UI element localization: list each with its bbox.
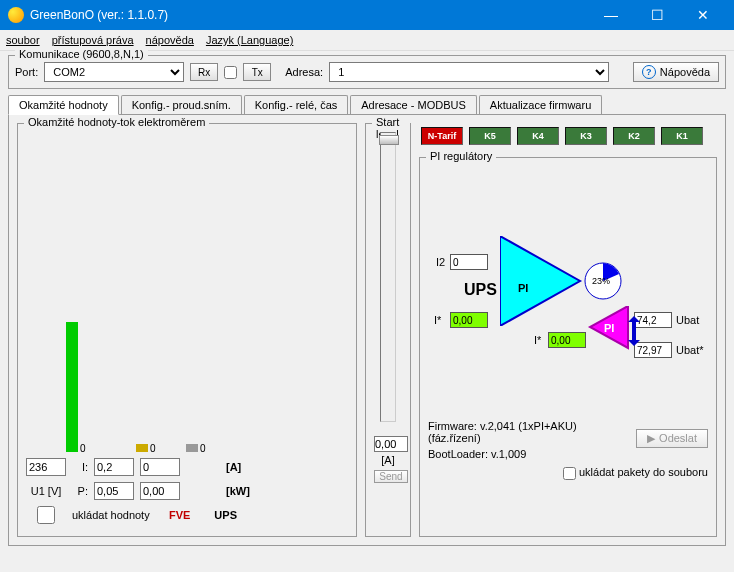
p-unit: [kW] <box>226 485 250 497</box>
pi-legend: PI regulátory <box>426 150 496 162</box>
tab-okamzite[interactable]: Okamžité hodnoty <box>8 95 119 115</box>
istar2-value: 0,00 <box>548 332 586 348</box>
menu-napoveda[interactable]: nápověda <box>146 34 194 46</box>
ubatstar-label: Ubat* <box>676 344 704 356</box>
i-fve-input[interactable] <box>94 458 134 476</box>
ups-text: UPS <box>464 281 497 299</box>
bar-1: 0 <box>66 322 78 452</box>
i2-value: 0 <box>450 254 488 270</box>
app-icon <box>8 7 24 23</box>
start-level-slider[interactable] <box>380 132 396 422</box>
istar-value: 0,00 <box>450 312 488 328</box>
indicator-K1: K1 <box>661 127 703 145</box>
istar2-label: I* <box>534 334 541 346</box>
rx-button[interactable]: Rx <box>190 63 218 81</box>
u1-label: U1 [V] <box>26 485 66 497</box>
bar-3: 0 <box>186 444 198 452</box>
istar-label: I* <box>434 314 441 326</box>
adresa-select[interactable]: 1 <box>329 62 609 82</box>
rxtx-checkbox[interactable] <box>224 66 237 79</box>
tab-konfig-rele[interactable]: Konfig.- relé, čas <box>244 95 349 114</box>
close-button[interactable]: ✕ <box>680 0 726 30</box>
tx-button[interactable]: Tx <box>243 63 271 81</box>
pct-label: 23% <box>592 276 610 286</box>
help-button[interactable]: Nápověda <box>633 62 719 82</box>
pi-regulators-group: PI regulátory I2 0 UPS PI 23% I* 0,00 I*… <box>419 157 717 537</box>
comm-legend: Komunikace (9600,8,N,1) <box>15 48 148 60</box>
start-level-unit: [A] <box>374 454 402 466</box>
port-select[interactable]: COM2 <box>44 62 184 82</box>
p-fve-input[interactable] <box>94 482 134 500</box>
fve-label: FVE <box>160 509 200 521</box>
start-level-group: Start level [A] Send <box>365 123 411 537</box>
tab-content: Okamžité hodnoty-tok elektroměrem 0 0 0 … <box>8 114 726 546</box>
send-button[interactable]: Send <box>374 470 408 483</box>
bar-2: 0 <box>136 444 148 452</box>
ubat-label: Ubat <box>676 314 699 326</box>
titlebar: GreenBonO (ver.: 1.1.0.7) — ☐ ✕ <box>0 0 734 30</box>
tabs: Okamžité hodnoty Konfig.- proud.sním. Ko… <box>8 95 726 114</box>
adresa-label: Adresa: <box>285 66 323 78</box>
maximize-button[interactable]: ☐ <box>634 0 680 30</box>
svg-text:PI: PI <box>518 282 528 294</box>
tab-konfig-proud[interactable]: Konfig.- proud.sním. <box>121 95 242 114</box>
values-group: Okamžité hodnoty-tok elektroměrem 0 0 0 … <box>17 123 357 537</box>
minimize-button[interactable]: — <box>588 0 634 30</box>
tab-modbus[interactable]: Adresace - MODBUS <box>350 95 477 114</box>
menu-jazyk[interactable]: Jazyk (Language) <box>206 34 293 46</box>
indicator-N-Tarif: N-Tarif <box>421 127 463 145</box>
i-label: I: <box>72 461 88 473</box>
i-ups-input[interactable] <box>140 458 180 476</box>
arrow-icon <box>628 316 640 346</box>
i-unit: [A] <box>226 461 241 473</box>
indicator-K3: K3 <box>565 127 607 145</box>
menu-soubor[interactable]: soubor <box>6 34 40 46</box>
start-level-value[interactable] <box>374 436 408 452</box>
values-legend: Okamžité hodnoty-tok elektroměrem <box>24 116 209 128</box>
pi-triangle-1: PI <box>500 236 590 326</box>
ups-label: UPS <box>206 509 246 521</box>
i2-label: I2 <box>436 256 445 268</box>
odeslat-button[interactable]: ▶ Odeslat <box>636 429 708 448</box>
save-values-label: ukládat hodnoty <box>72 509 150 521</box>
window-title: GreenBonO (ver.: 1.1.0.7) <box>30 8 588 22</box>
indicator-K2: K2 <box>613 127 655 145</box>
indicators-row: N-TarifK5K4K3K2K1 <box>419 123 717 151</box>
save-packets-label: ukládat pakety do souboru <box>579 466 708 478</box>
bootloader-text: BootLoader: v.1,009 <box>428 448 628 460</box>
menu-prava[interactable]: přístupová práva <box>52 34 134 46</box>
svg-marker-5 <box>628 316 640 346</box>
right-column: N-TarifK5K4K3K2K1 PI regulátory I2 0 UPS… <box>419 123 717 537</box>
u1-input[interactable] <box>26 458 66 476</box>
indicator-K4: K4 <box>517 127 559 145</box>
port-label: Port: <box>15 66 38 78</box>
svg-marker-0 <box>500 236 580 326</box>
save-packets-checkbox[interactable] <box>563 467 576 480</box>
tab-firmware[interactable]: Aktualizace firmwaru <box>479 95 602 114</box>
communication-group: Komunikace (9600,8,N,1) Port: COM2 Rx Tx… <box>8 55 726 89</box>
bars-area: 0 0 0 <box>26 132 348 452</box>
save-values-checkbox[interactable] <box>26 506 66 524</box>
indicator-K5: K5 <box>469 127 511 145</box>
p-ups-input[interactable] <box>140 482 180 500</box>
p-label: P: <box>72 485 88 497</box>
svg-text:PI: PI <box>604 322 614 334</box>
firmware-text: Firmware: v.2,041 (1xPI+AKU) (fáz.řízení… <box>428 420 628 444</box>
send-icon: ▶ <box>647 432 655 445</box>
